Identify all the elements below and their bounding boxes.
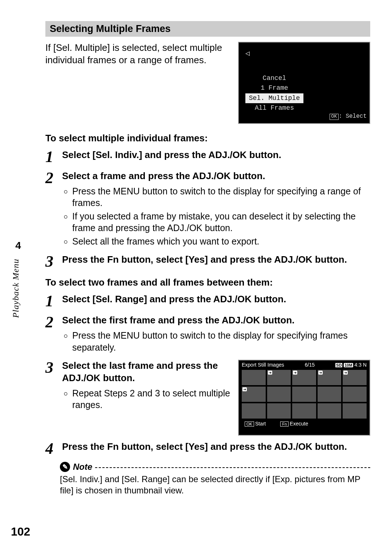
chapter-title-vertical: Playback Menu <box>11 259 21 318</box>
page-number: 102 <box>11 525 30 538</box>
step-title: Select the first frame and press the ADJ… <box>62 314 370 327</box>
step-number: 2 <box>45 170 62 186</box>
menu-item: All Frames <box>245 103 303 113</box>
side-tab: 4 Playback Menu <box>11 240 25 318</box>
camera-lcd-menu: ◁ Cancel 1 Frame Sel. Multiple All Frame… <box>238 42 370 124</box>
step-title: Select [Sel. Indiv.] and press the ADJ./… <box>62 149 370 161</box>
step-title: Press the Fn button, select [Yes] and pr… <box>62 254 370 266</box>
thumbnail-cell <box>318 403 342 419</box>
step-number: 1 <box>45 149 62 165</box>
thumbnail-cell <box>267 403 291 419</box>
ok-select-hint: OK: Select <box>330 113 367 120</box>
thumbnail-cell <box>343 387 367 402</box>
note-icon: ✎ <box>60 462 70 472</box>
step-bullet: If you selected a frame by mistake, you … <box>72 210 370 234</box>
note-dash <box>95 467 370 468</box>
step-title: Select the last frame and press the ADJ.… <box>62 360 231 384</box>
thumbnail-cell: ➜ <box>343 370 367 385</box>
thumbnail-cell: ➜ <box>242 387 266 402</box>
back-icon: ◁ <box>245 49 250 58</box>
thumbnail-cell: ➜ <box>318 370 342 385</box>
subheading-individual: To select multiple individual frames: <box>45 133 370 144</box>
step-bullet: Press the MENU button to switch to the d… <box>72 185 370 209</box>
step-title: Select [Sel. Range] and press the ADJ./O… <box>62 293 370 306</box>
thumbnail-cell: ➜ <box>267 370 291 385</box>
camera-lcd-thumbnails: Export Still Images6/15SD 10M 4:3 N➜➜➜➜➜… <box>238 360 370 436</box>
export-mark-icon: ➜ <box>268 371 272 375</box>
thumbnail-cell <box>292 387 316 402</box>
menu-item: 1 Frame <box>245 83 303 93</box>
step-number: 4 <box>45 441 62 457</box>
thumbnail-cell <box>242 370 266 385</box>
thumbnail-cell <box>292 403 316 419</box>
chapter-number: 4 <box>11 240 25 251</box>
menu-item-selected: Sel. Multiple <box>245 93 303 103</box>
step-number: 3 <box>45 254 62 270</box>
step-title: Select a frame and press the ADJ./OK but… <box>62 170 370 182</box>
menu-item: Cancel <box>245 73 303 83</box>
export-mark-icon: ➜ <box>293 371 297 375</box>
thumbnail-cell <box>318 387 342 402</box>
step-number: 1 <box>45 293 62 309</box>
thumbnail-cell: ➜ <box>292 370 316 385</box>
step-title: Press the Fn button, select [Yes] and pr… <box>62 441 370 453</box>
note-header: ✎ Note <box>60 462 370 472</box>
export-mark-icon: ➜ <box>318 371 323 375</box>
note-body: [Sel. Indiv.] and [Sel. Range] can be se… <box>60 473 370 496</box>
step-bullet: Repeat Steps 2 and 3 to select multiple … <box>72 387 231 411</box>
section-header: Selecting Multiple Frames <box>45 21 370 37</box>
step-bullet: Press the MENU button to switch to the d… <box>72 330 370 353</box>
step-bullet: Select all the frames which you want to … <box>72 235 370 247</box>
subheading-range: To select two frames and all frames betw… <box>45 277 370 288</box>
thumbnail-cell <box>343 403 367 419</box>
export-mark-icon: ➜ <box>343 371 348 375</box>
export-mark-icon: ➜ <box>242 387 247 391</box>
step-number: 3 <box>45 360 62 376</box>
intro-text: If [Sel. Multiple] is selected, select m… <box>45 42 231 66</box>
thumbnail-cell <box>242 403 266 419</box>
step-number: 2 <box>45 314 62 330</box>
note-label: Note <box>73 462 92 472</box>
thumbnail-cell <box>267 387 291 402</box>
